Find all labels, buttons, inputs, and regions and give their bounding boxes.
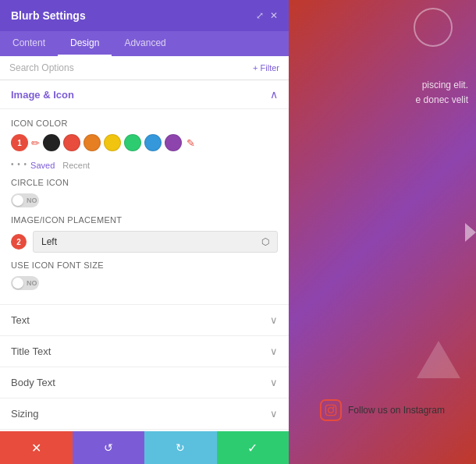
tab-content[interactable]: Content <box>0 31 58 56</box>
svg-point-1 <box>329 408 334 413</box>
preview-circle <box>414 8 453 47</box>
placement-value: Left <box>41 236 57 247</box>
placement-label: Image/Icon Placement <box>11 215 278 225</box>
expand-icon[interactable]: ⤢ <box>256 10 264 21</box>
font-size-toggle-row: NO <box>11 276 278 290</box>
cancel-icon: ✕ <box>31 441 41 455</box>
color-swatch-black[interactable] <box>43 134 60 151</box>
select-arrow-icon: ⬡ <box>261 236 269 247</box>
tab-bar: Content Design Advanced <box>0 31 289 56</box>
font-size-no: NO <box>27 279 37 287</box>
preview-text: piscing elit. e donec velit <box>416 78 468 108</box>
color-swatch-red[interactable] <box>63 134 80 151</box>
panel-content: Image & Icon ∧ Icon Color 1 ✏ ✎ • • • <box>0 80 289 431</box>
sizing-label: Sizing <box>11 408 38 420</box>
placement-select[interactable]: Left ⬡ <box>33 231 278 253</box>
image-icon-body: Icon Color 1 ✏ ✎ • • • Saved Recent <box>0 109 289 305</box>
body-text-chevron: ∨ <box>270 377 278 388</box>
image-icon-chevron: ∧ <box>270 88 278 101</box>
image-icon-section-header[interactable]: Image & Icon ∧ <box>0 80 289 109</box>
body-text-section[interactable]: Body Text ∨ <box>0 367 289 398</box>
header-icons: ⤢ ✕ <box>256 10 278 21</box>
title-text-section[interactable]: Title Text ∨ <box>0 336 289 367</box>
color-swatch-yellow[interactable] <box>104 134 121 151</box>
tab-advanced[interactable]: Advanced <box>112 31 178 56</box>
recent-label[interactable]: Recent <box>62 161 90 170</box>
toggle-knob <box>12 195 23 206</box>
saved-recent-toggle: Saved Recent <box>30 161 90 170</box>
save-icon: ✓ <box>247 441 258 455</box>
text-label: Text <box>11 314 30 326</box>
body-text-label: Body Text <box>11 377 55 388</box>
instagram-text: Follow us on Instagram <box>348 405 445 416</box>
close-icon[interactable]: ✕ <box>270 10 278 21</box>
title-text-label: Title Text <box>11 345 51 357</box>
undo-button[interactable]: ↺ <box>73 431 145 464</box>
preview-arrow-right[interactable] <box>465 223 476 242</box>
preview-instagram: Follow us on Instagram <box>320 399 445 421</box>
color-swatch-orange[interactable] <box>83 134 101 151</box>
panel-header: Blurb Settings ⤢ ✕ <box>0 0 289 31</box>
font-size-label: Use Icon Font Size <box>11 260 278 270</box>
color-saved-row: • • • Saved Recent <box>11 158 278 170</box>
instagram-icon <box>320 399 342 421</box>
search-bar: Search Options + Filter <box>0 56 289 80</box>
cancel-button[interactable]: ✕ <box>0 431 73 464</box>
undo-icon: ↺ <box>104 441 113 454</box>
color-swatch-green[interactable] <box>124 134 141 151</box>
preview-area: piscing elit. e donec velit Follow us on… <box>289 0 476 464</box>
circle-icon-label: Circle Icon <box>11 178 278 187</box>
bottom-toolbar: ✕ ↺ ↻ ✓ <box>0 431 289 464</box>
preview-line1: piscing elit. <box>422 80 468 90</box>
panel-title: Blurb Settings <box>11 9 86 22</box>
search-placeholder[interactable]: Search Options <box>9 62 74 73</box>
preview-triangle <box>417 341 460 378</box>
circle-toggle-no: NO <box>27 197 37 204</box>
saved-label[interactable]: Saved <box>30 161 55 170</box>
circle-icon-toggle-row: NO <box>11 193 278 207</box>
save-button[interactable]: ✓ <box>217 431 290 464</box>
step-1-badge: 1 <box>11 134 28 151</box>
title-text-chevron: ∨ <box>270 345 278 357</box>
preview-line2: e donec velit <box>416 94 468 105</box>
svg-point-2 <box>333 406 335 408</box>
step-2-badge: 2 <box>11 234 27 250</box>
svg-rect-0 <box>325 405 336 415</box>
color-swatch-purple[interactable] <box>165 134 182 151</box>
font-size-knob <box>12 278 23 289</box>
color-swatch-blue[interactable] <box>144 134 162 151</box>
edit-color-icon[interactable]: ✏ <box>31 137 40 149</box>
redo-button[interactable]: ↻ <box>144 431 217 464</box>
redo-icon: ↻ <box>176 441 185 454</box>
pencil-icon[interactable]: ✎ <box>186 137 195 149</box>
color-row: 1 ✏ ✎ <box>11 134 278 151</box>
sizing-section[interactable]: Sizing ∨ <box>0 398 289 430</box>
tab-design[interactable]: Design <box>58 31 112 56</box>
settings-panel: Blurb Settings ⤢ ✕ Content Design Advanc… <box>0 0 289 464</box>
circle-icon-toggle[interactable]: NO <box>11 193 39 207</box>
text-section[interactable]: Text ∨ <box>0 305 289 336</box>
icon-color-label: Icon Color <box>11 119 278 128</box>
dots-icon: • • • <box>11 160 27 168</box>
font-size-toggle[interactable]: NO <box>11 276 39 290</box>
sizing-chevron: ∨ <box>270 408 278 420</box>
placement-select-row: 2 Left ⬡ <box>11 231 278 253</box>
image-icon-title: Image & Icon <box>11 89 74 101</box>
text-chevron: ∨ <box>270 314 278 326</box>
filter-button[interactable]: + Filter <box>253 63 279 73</box>
